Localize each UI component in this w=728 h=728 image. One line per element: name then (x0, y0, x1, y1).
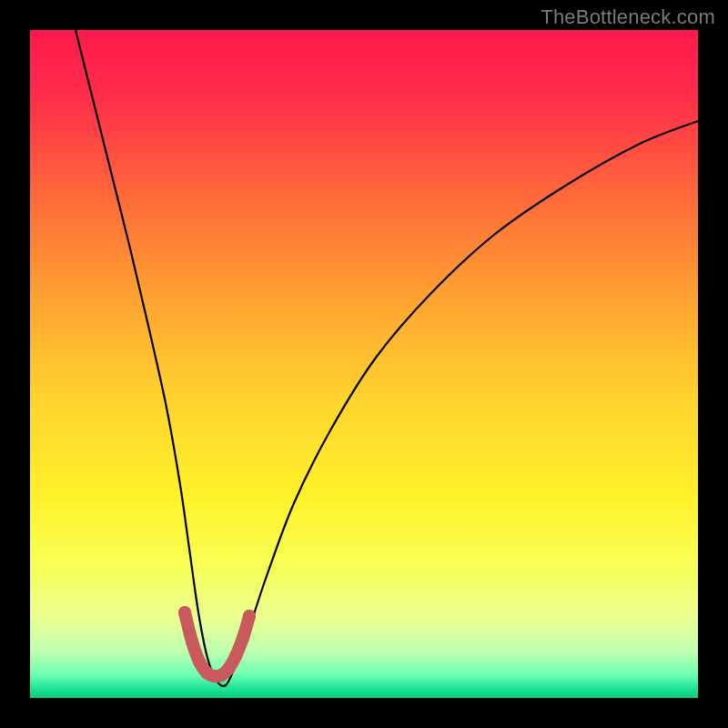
bottleneck-curve (76, 30, 698, 686)
valley-dot (222, 662, 235, 675)
watermark-text: TheBottleneck.com (541, 5, 715, 29)
chart-frame (30, 30, 698, 698)
valley-dot (237, 632, 249, 644)
valley-dot (178, 606, 191, 619)
valley-dot (186, 635, 198, 648)
valley-dot (243, 610, 256, 622)
chart-svg (30, 30, 698, 698)
valley-dot (193, 655, 206, 668)
valley-dot (229, 650, 242, 662)
